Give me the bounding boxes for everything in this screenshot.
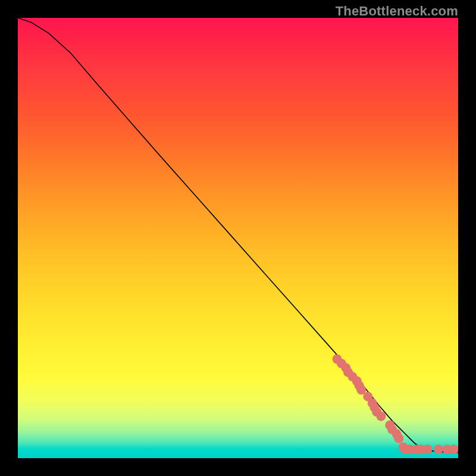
chart-point [333,355,342,364]
chart-point [416,444,425,454]
chart-point [356,385,366,394]
chart-point [355,381,364,390]
chart-point [387,425,397,434]
chart-svg [18,18,458,458]
chart-point [343,368,353,377]
chart-point [400,444,410,454]
chart-point [369,403,379,412]
chart-point [434,444,443,454]
chart-point [392,429,401,439]
chart-points [333,355,459,455]
chart-point [341,363,350,372]
chart-point [443,444,452,454]
chart-point [385,421,394,430]
chart-point [368,399,377,408]
chart-point [372,407,381,416]
chart-point [337,359,346,368]
chart-point [449,444,458,454]
chart-point [394,434,403,443]
chart-curve [18,18,458,452]
chart-point [399,443,408,452]
chart-point [377,412,386,421]
chart-point [422,444,432,454]
chart-point [352,377,362,386]
plot-area [18,18,458,458]
chart-point [405,444,415,454]
chart-point [363,392,372,401]
chart-point [412,444,421,454]
chart-point [347,372,357,381]
attribution-label: TheBottleneck.com [336,4,458,19]
